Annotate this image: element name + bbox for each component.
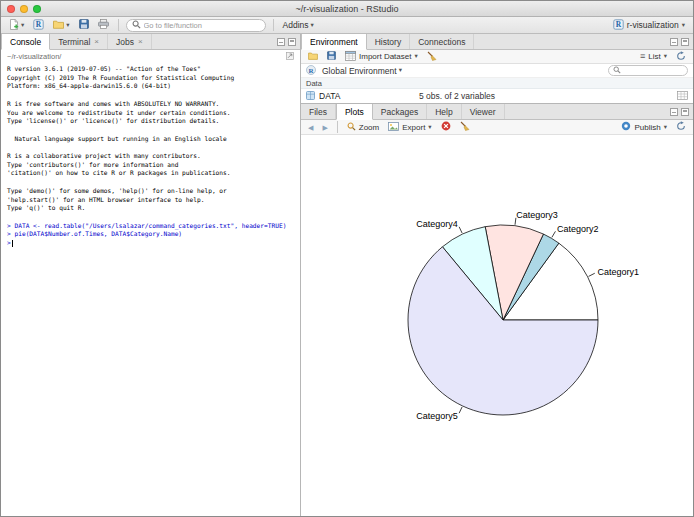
view-mode-menu[interactable]: ≡ List ▾	[638, 51, 669, 62]
window-title: ~/r-visualization - RStudio	[61, 1, 633, 17]
project-cube-icon: R	[33, 19, 44, 32]
environment-tabbar: Environment History Connections	[301, 34, 693, 50]
save-button[interactable]	[77, 18, 91, 32]
pane-controls	[670, 38, 689, 46]
search-icon	[613, 66, 621, 76]
import-dataset-label: Import Dataset	[359, 52, 411, 61]
save-floppy-icon	[327, 51, 336, 62]
pie-slice-label: Category1	[597, 267, 639, 277]
tab-files-label: Files	[309, 107, 327, 117]
remove-plot-icon	[441, 121, 451, 133]
tab-packages-label: Packages	[381, 107, 418, 117]
environment-search-input[interactable]	[623, 67, 683, 74]
environment-scope-menu[interactable]: Global Environment ▾	[320, 65, 404, 77]
remove-plot-button[interactable]	[439, 120, 453, 134]
minimize-pane-icon[interactable]	[277, 38, 285, 46]
back-arrow-icon: ◀	[308, 124, 313, 131]
console-pane: Console Terminal × Jobs × ~/r-visualizat…	[1, 34, 301, 516]
tab-help-label: Help	[435, 107, 452, 117]
printer-icon	[98, 19, 109, 31]
new-file-button[interactable]: ▾	[7, 18, 26, 33]
load-workspace-button[interactable]	[306, 51, 320, 63]
new-project-button[interactable]: R	[31, 18, 46, 33]
chevron-down-icon: ▾	[399, 67, 402, 74]
next-plot-button[interactable]: ▶	[320, 123, 329, 132]
toolbar-separator	[118, 19, 119, 31]
import-dataset-button[interactable]: Import Dataset ▾	[343, 50, 420, 64]
refresh-icon	[676, 121, 686, 133]
tab-environment-label: Environment	[310, 37, 358, 47]
console-output: R version 3.6.1 (2019-07-05) -- "Action …	[7, 65, 294, 213]
goto-file-search[interactable]	[126, 19, 266, 32]
r-logo-icon: R	[306, 65, 316, 77]
zoom-magnifier-icon	[347, 122, 356, 133]
plots-tabbar: Files Plots Packages Help Viewer	[301, 104, 693, 120]
maximize-pane-icon[interactable]	[288, 38, 296, 46]
tab-plots[interactable]: Plots	[336, 104, 373, 120]
search-icon	[132, 20, 141, 31]
close-icon[interactable]: ×	[138, 37, 143, 46]
tab-environment[interactable]: Environment	[301, 34, 367, 50]
export-plot-button[interactable]: Export ▾	[386, 121, 433, 134]
zoom-label: Zoom	[359, 123, 379, 132]
refresh-icon	[676, 51, 686, 63]
environment-pane: Environment History Connections	[301, 34, 693, 104]
folder-icon	[53, 20, 64, 31]
environment-scope-label: Global Environment	[322, 66, 397, 76]
close-window-button[interactable]	[7, 5, 15, 13]
refresh-plot-button[interactable]	[674, 120, 688, 134]
export-image-icon	[388, 122, 399, 133]
maximize-pane-icon[interactable]	[681, 108, 689, 116]
tab-connections[interactable]: Connections	[410, 34, 474, 49]
minimize-window-button[interactable]	[20, 5, 28, 13]
environment-object-row[interactable]: DATA 5 obs. of 2 variables	[301, 89, 693, 103]
maximize-pane-icon[interactable]	[681, 38, 689, 46]
publish-button[interactable]: Publish ▾	[619, 120, 669, 134]
svg-text:R: R	[616, 20, 622, 29]
console-prompt: >	[7, 239, 11, 246]
pie-label-tick	[552, 231, 556, 237]
pie-slice-label: Category4	[416, 219, 458, 229]
previous-plot-button[interactable]: ◀	[306, 123, 315, 132]
clear-environment-button[interactable]	[425, 50, 439, 64]
console-output-area[interactable]: R version 3.6.1 (2019-07-05) -- "Action …	[1, 63, 300, 516]
zoom-plot-button[interactable]: Zoom	[345, 121, 381, 134]
environment-scope-row: R Global Environment ▾	[301, 64, 693, 78]
addins-menu[interactable]: Addins ▾	[281, 19, 316, 31]
publish-label: Publish	[634, 123, 660, 132]
tab-terminal[interactable]: Terminal ×	[50, 34, 108, 49]
export-label: Export	[402, 123, 425, 132]
plots-toolbar: ◀ ▶ Zoom Export ▾	[301, 120, 693, 135]
clear-all-plots-button[interactable]	[458, 120, 472, 134]
console-tabbar: Console Terminal × Jobs ×	[1, 34, 300, 50]
view-table-icon[interactable]	[677, 91, 688, 102]
broom-icon	[460, 121, 470, 133]
close-icon[interactable]: ×	[94, 37, 99, 46]
tab-jobs[interactable]: Jobs ×	[108, 34, 152, 49]
title-bar[interactable]: ~/r-visualization - RStudio	[1, 1, 693, 17]
minimize-pane-icon[interactable]	[670, 38, 678, 46]
tab-console[interactable]: Console	[1, 34, 50, 50]
broom-icon	[427, 51, 437, 63]
print-button[interactable]	[96, 18, 111, 32]
folder-icon	[308, 52, 318, 62]
environment-toolbar: Import Dataset ▾ ≡ List ▾	[301, 50, 693, 64]
tab-help[interactable]: Help	[427, 104, 461, 119]
save-workspace-button[interactable]	[325, 50, 338, 63]
tab-files[interactable]: Files	[301, 104, 336, 119]
tab-packages[interactable]: Packages	[373, 104, 427, 119]
project-menu[interactable]: R r-visualization ▾	[613, 19, 687, 32]
tab-viewer[interactable]: Viewer	[462, 104, 505, 119]
tab-history[interactable]: History	[367, 34, 410, 49]
environment-section-header: Data	[301, 78, 693, 89]
refresh-environment-button[interactable]	[674, 50, 688, 64]
goto-file-input[interactable]	[144, 21, 260, 30]
fullscreen-window-button[interactable]	[33, 5, 41, 13]
tab-jobs-label: Jobs	[116, 37, 134, 47]
publish-icon	[621, 121, 631, 133]
minimize-pane-icon[interactable]	[670, 108, 678, 116]
open-file-button[interactable]: ▾	[51, 19, 71, 32]
open-directory-icon[interactable]	[286, 52, 294, 62]
object-value: 5 obs. of 2 variables	[419, 91, 673, 101]
environment-search[interactable]	[608, 65, 688, 76]
